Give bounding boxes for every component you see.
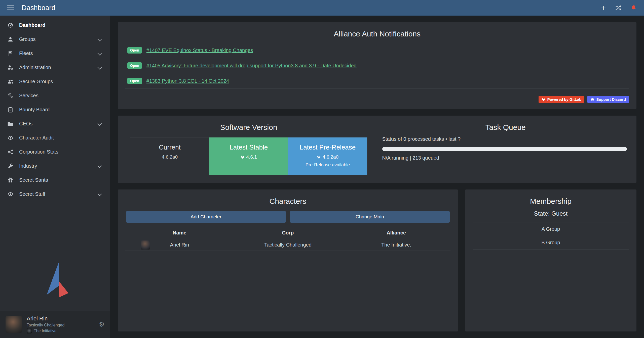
sidebar-item-label: Corporation Stats: [19, 149, 58, 155]
sidebar: Dashboard Groups Fleets Ad: [0, 16, 110, 338]
chevron-down-icon: [98, 192, 102, 196]
gitlab-badge-label: Powered by GitLab: [547, 97, 582, 102]
chevron-down-icon: [98, 37, 102, 41]
gitlab-icon: [317, 155, 321, 159]
profile-alliance: The Initiative.: [27, 328, 64, 333]
status-badge: Open: [127, 47, 142, 54]
add-icon[interactable]: +: [600, 5, 607, 11]
notifications-title: Alliance Auth Notifications: [125, 30, 629, 38]
prerelease-note: Pre-Release available: [292, 162, 364, 168]
share-nodes-icon: [7, 149, 14, 155]
version-stable-value: 4.6.1: [246, 154, 257, 160]
sidebar-item-dashboard[interactable]: Dashboard: [0, 18, 110, 32]
alliance-logo-icon: [27, 328, 32, 333]
page-title: Dashboard: [22, 4, 55, 12]
version-current-value: 4.6.2a0: [162, 154, 178, 160]
version-current-column: Current 4.6.2a0: [130, 137, 209, 175]
status-badge: Open: [127, 62, 142, 69]
profile-name: Ariel Rin: [27, 315, 64, 322]
sidebar-item-label: Industry: [19, 163, 37, 169]
sidebar-item-industry[interactable]: Industry: [0, 159, 110, 173]
notification-row: Open #1405 Advisory: Future development …: [125, 58, 629, 73]
character-alliance: The Initiative.: [342, 242, 450, 248]
shuffle-icon[interactable]: [615, 5, 622, 11]
version-prerelease-column: Latest Pre-Release 4.6.2a0 Pre-Release a…: [288, 137, 367, 175]
notification-row: Open #1383 Python 3.8 EOL - 14 Oct 2024: [125, 73, 629, 89]
sidebar-item-ceos[interactable]: CEOs: [0, 117, 110, 131]
main-content: Alliance Auth Notifications Open #1407 E…: [110, 16, 644, 338]
membership-group-row: A Group: [473, 222, 629, 236]
change-main-button[interactable]: Change Main: [290, 211, 450, 223]
sidebar-item-secret-stuff[interactable]: Secret Stuff: [0, 187, 110, 201]
clipboard-icon: [7, 106, 14, 113]
sidebar-item-label: CEOs: [19, 121, 32, 127]
sidebar-item-label: Groups: [19, 36, 36, 42]
wrench-icon: [7, 163, 14, 169]
sidebar-item-label: Fleets: [19, 51, 33, 56]
chevron-down-icon: [98, 164, 102, 168]
sidebar-item-label: Services: [19, 93, 39, 99]
eye-icon: [7, 191, 14, 197]
user-avatar[interactable]: [6, 316, 22, 333]
task-queue-title: Task Queue: [382, 123, 629, 132]
characters-card: Characters Add Character Change Main Nam…: [118, 189, 458, 331]
navbar-actions: +: [600, 5, 637, 11]
character-portrait: [141, 240, 150, 250]
status-badge: Open: [127, 78, 142, 84]
notification-row: Open #1407 EVE Equinox Status - Breaking…: [125, 43, 629, 58]
notifications-footer: Powered by GitLab Support Discord: [125, 96, 629, 103]
bottom-row: Characters Add Character Change Main Nam…: [118, 189, 636, 331]
discord-icon: [590, 98, 594, 102]
column-header-alliance: Alliance: [342, 230, 450, 236]
sidebar-item-fleets[interactable]: Fleets: [0, 46, 110, 60]
software-version-title: Software Version: [125, 123, 372, 132]
sidebar-item-secret-santa[interactable]: Secret Santa: [0, 173, 110, 187]
task-queue-summary: N/A running | 213 queued: [382, 155, 629, 161]
notification-link[interactable]: #1383 Python 3.8 EOL - 14 Oct 2024: [146, 78, 229, 84]
chevron-down-icon: [98, 51, 102, 56]
gitlab-icon: [241, 155, 245, 159]
task-queue-status-text: Status of 0 processed tasks • last ?: [382, 136, 629, 142]
notifications-bell-icon[interactable]: [630, 5, 637, 11]
gears-icon: [7, 92, 14, 99]
column-header-corp: Corp: [234, 230, 342, 236]
task-queue-section: Task Queue Status of 0 processed tasks •…: [382, 122, 629, 177]
character-table-row: Ariel Rin Tactically Challenged The Init…: [125, 239, 450, 251]
version-comparison-box: Current 4.6.2a0 Latest Stable 4.6.1 Late…: [130, 137, 367, 175]
settings-gear-icon[interactable]: ⚙: [99, 321, 105, 328]
powered-by-gitlab-badge[interactable]: Powered by GitLab: [539, 96, 585, 103]
sidebar-item-corporation-stats[interactable]: Corporation Stats: [0, 145, 110, 159]
folder-icon: [7, 120, 14, 127]
sidebar-item-administration[interactable]: Administration: [0, 60, 110, 74]
version-taskqueue-card: Software Version Current 4.6.2a0 Latest …: [118, 116, 636, 183]
support-discord-badge[interactable]: Support Discord: [587, 96, 629, 103]
membership-group-row: B Group: [473, 236, 629, 250]
menu-hamburger-icon[interactable]: [7, 6, 14, 10]
version-column-title: Current: [134, 143, 206, 151]
user-gear-icon: [7, 64, 14, 71]
character-corp: Tactically Challenged: [234, 242, 342, 248]
flag-icon: [7, 50, 14, 57]
version-prerelease-value: 4.6.2a0: [323, 154, 338, 160]
notification-link[interactable]: #1407 EVE Equinox Status - Breaking Chan…: [146, 47, 253, 53]
gitlab-icon: [542, 98, 546, 102]
sidebar-item-groups[interactable]: Groups: [0, 32, 110, 46]
add-character-button[interactable]: Add Character: [126, 211, 286, 223]
eye-icon: [7, 134, 14, 141]
gift-icon: [7, 177, 14, 183]
discord-badge-label: Support Discord: [596, 97, 626, 102]
app-root: Dashboard + D: [0, 0, 644, 338]
sidebar-item-bounty-board[interactable]: Bounty Board: [0, 103, 110, 117]
notifications-card: Alliance Auth Notifications Open #1407 E…: [118, 22, 636, 109]
membership-title: Membership: [473, 197, 629, 206]
sidebar-item-label: Bounty Board: [19, 107, 50, 113]
sidebar-item-services[interactable]: Services: [0, 88, 110, 103]
notification-link[interactable]: #1405 Advisory: Future development will …: [146, 63, 357, 69]
software-version-section: Software Version Current 4.6.2a0 Latest …: [125, 122, 372, 177]
profile-alliance-name: The Initiative.: [34, 329, 58, 333]
characters-table-header: Name Corp Alliance: [125, 227, 450, 239]
sidebar-item-secure-groups[interactable]: Secure Groups: [0, 74, 110, 88]
chevron-down-icon: [98, 122, 102, 126]
user-profile: Ariel Rin Tactically Challenged The Init…: [0, 311, 110, 338]
sidebar-item-character-audit[interactable]: Character Audit: [0, 131, 110, 145]
